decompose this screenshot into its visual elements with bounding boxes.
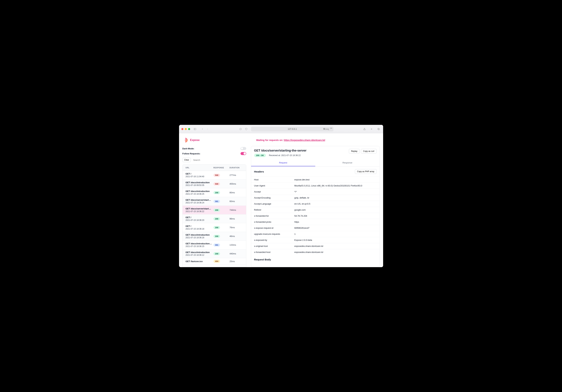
request-path: GET /docs/server/start… xyxy=(186,207,213,210)
tab-request[interactable]: Request xyxy=(251,159,316,166)
header-value: 1 xyxy=(294,233,376,235)
detail-tabs: Request Response xyxy=(251,159,380,167)
request-path: GET /docs/introduction xyxy=(186,234,213,236)
waiting-banner: Waiting for requests on: https://exposed… xyxy=(201,139,380,141)
request-row[interactable]: GET /2021-07-16 11:04:40500277ms xyxy=(183,171,246,179)
header-value: gzip, deflate, br xyxy=(294,197,376,199)
header-key: Accept-Language xyxy=(254,202,294,205)
header-key: x-expose-request-id xyxy=(254,227,294,229)
request-duration-cell: 25ms xyxy=(230,260,243,263)
extension-icon[interactable] xyxy=(238,127,243,131)
request-path: GET /docs/server/start… xyxy=(186,199,213,201)
request-row[interactable]: GET /docs/server/start…2021-07-15 18:36:… xyxy=(183,206,246,214)
tab-response[interactable]: Response xyxy=(315,159,380,166)
request-timestamp: 2021-07-15 18:36:18 xyxy=(186,228,213,230)
detail-body: Headers Copy as PHP array Hostexpose.dev… xyxy=(251,167,380,267)
request-timestamp: 2021-07-15 18:36:15 xyxy=(186,245,213,247)
request-row[interactable]: GET /favicon.ico40425ms xyxy=(183,258,246,265)
request-url-cell: GET /docs/server/start…2021-07-15 18:36:… xyxy=(186,199,213,204)
headers-section-head: Headers Copy as PHP array xyxy=(251,167,380,177)
header-key: Host xyxy=(254,178,294,181)
header-row: upgrade-insecure-requests1 xyxy=(251,231,380,237)
request-detail-column: GET /docs/server/starting-the-server 200… xyxy=(251,146,380,267)
request-url-cell: GET /docs/introduction2021-07-15 18:36:1… xyxy=(186,234,213,239)
request-duration-cell: 76ms xyxy=(230,226,243,229)
window-traffic-lights xyxy=(181,128,190,130)
request-path: GET /favicon.ico xyxy=(186,260,213,263)
request-row[interactable]: GET /docs/server/start…2021-07-15 18:36:… xyxy=(183,197,246,206)
request-duration-cell: 455ms xyxy=(230,183,243,185)
header-value: 54.78.74.204 xyxy=(294,215,376,217)
new-tab-icon[interactable] xyxy=(369,127,374,131)
request-status-cell: 200 xyxy=(213,235,230,238)
received-at: Received at: 2021-07-15 18:36:22 xyxy=(269,154,301,157)
request-body-heading: Request Body xyxy=(251,255,380,261)
shield-icon[interactable] xyxy=(244,127,248,131)
request-path: GET /docs/introduction xyxy=(186,251,213,254)
status-code-badge: 301 xyxy=(213,200,220,203)
header-value: 60f080261ecd7 xyxy=(294,227,376,229)
request-row[interactable]: GET /docs/introduction…2021-07-15 18:36:… xyxy=(183,241,246,249)
request-row[interactable]: GET /docs/introduction2021-07-16 09:53:3… xyxy=(183,179,246,188)
request-duration-cell: 96ms xyxy=(230,217,243,220)
reload-icon[interactable] xyxy=(330,128,332,130)
browser-address-bar[interactable]: 127.0.0.1 �ową xyxy=(251,127,333,131)
tunnel-url-link[interactable]: https://exposedev.share.idontcare.lol xyxy=(284,139,325,141)
request-row[interactable]: GET /2021-07-15 18:36:1820076ms xyxy=(183,223,246,232)
request-duration-cell: 744ms xyxy=(230,209,243,211)
status-code-badge: 301 xyxy=(213,244,220,246)
svg-rect-0 xyxy=(194,128,196,130)
dark-mode-toggle[interactable] xyxy=(241,147,246,150)
copy-as-curl-button[interactable]: Copy as curl xyxy=(361,149,376,154)
dark-mode-label: Dark-Mode: xyxy=(182,147,195,150)
request-url-cell: GET /docs/introduction2021-07-15 18:36:2… xyxy=(186,190,213,195)
request-row[interactable]: GET /docs/introduction2021-07-15 18:36:1… xyxy=(183,249,246,258)
request-duration-cell: 440ms xyxy=(230,252,243,255)
close-window-button[interactable] xyxy=(181,128,183,130)
browser-titlebar: 127.0.0.1 �ową xyxy=(179,125,383,133)
tabs-overview-icon[interactable] xyxy=(376,127,381,131)
header-row: x-forwarded-for54.78.74.204 xyxy=(251,213,380,219)
header-row: Accept*/* xyxy=(251,189,380,195)
column-response: RESPONSE xyxy=(213,167,230,169)
header-row: x-exposed-byExpose 2.0.0-beta xyxy=(251,237,380,243)
replay-button[interactable]: Replay xyxy=(349,149,359,154)
header-row: x-forwarded-hostexposedev.share.idontcar… xyxy=(251,249,380,255)
requests-list[interactable]: GET /2021-07-16 11:04:40500277msGET /doc… xyxy=(183,171,246,267)
request-row[interactable]: GET /2021-07-15 18:36:2020096ms xyxy=(183,214,246,223)
minimize-window-button[interactable] xyxy=(185,128,187,130)
header-key: User-Agent xyxy=(254,184,294,187)
fullscreen-window-button[interactable] xyxy=(188,128,190,130)
request-status-cell: 200 xyxy=(213,252,230,255)
header-row: Hostexpose.dev.test xyxy=(251,177,380,183)
column-url: URL xyxy=(186,167,213,169)
requests-table-header: URL RESPONSE DURATION xyxy=(183,165,246,171)
copy-as-php-array-button[interactable]: Copy as PHP array xyxy=(355,169,376,174)
sidebar-toggle-icon[interactable] xyxy=(193,127,197,131)
svg-rect-7 xyxy=(378,129,379,130)
header-value: expose.dev.test xyxy=(294,178,376,181)
follow-requests-toggle[interactable] xyxy=(241,152,246,155)
waiting-label: Waiting for requests on: xyxy=(256,139,284,141)
header-key: x-forwarded-for xyxy=(254,215,294,217)
search-input[interactable] xyxy=(193,159,221,161)
request-timestamp: 2021-07-15 18:36:22 xyxy=(186,210,213,213)
detail-title: GET /docs/server/starting-the-server xyxy=(254,149,306,152)
request-row[interactable]: GET /docs/introduction2021-07-15 18:36:1… xyxy=(183,232,246,241)
request-row[interactable]: GET /docs/introduction2021-07-15 18:36:2… xyxy=(183,188,246,197)
reader-icon[interactable]: �ową xyxy=(323,128,329,130)
browser-window: 127.0.0.1 �ową xyxy=(179,125,383,267)
header-value: exposedev.share.idontcare.lol xyxy=(294,245,376,247)
nav-back-button[interactable] xyxy=(200,127,205,131)
status-code-badge: 200 xyxy=(213,191,220,194)
follow-requests-label: Follow Requests: xyxy=(182,152,200,155)
request-status-cell: 200 xyxy=(213,217,230,220)
share-icon[interactable] xyxy=(362,127,367,131)
nav-forward-button[interactable] xyxy=(205,127,210,131)
request-url-cell: GET /2021-07-15 18:36:20 xyxy=(186,216,213,221)
header-key: Accept xyxy=(254,190,294,193)
header-key: upgrade-insecure-requests xyxy=(254,233,294,235)
clear-button[interactable]: Clear xyxy=(182,158,191,162)
request-path: GET /docs/introduction xyxy=(186,190,213,192)
status-code-badge: 200 xyxy=(213,235,220,238)
